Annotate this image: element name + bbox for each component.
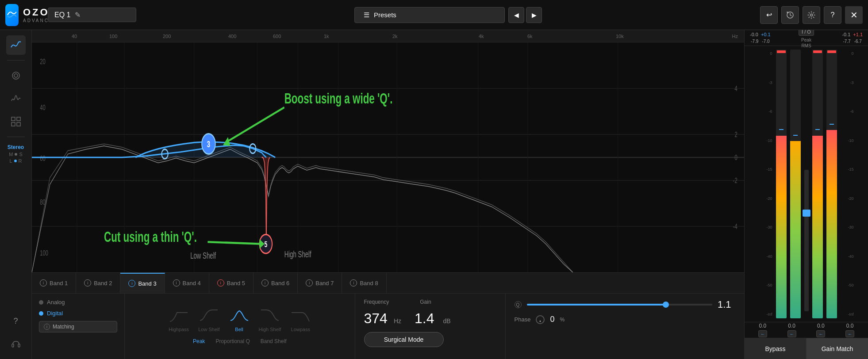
surgical-mode-button[interactable]: Surgical Mode [364, 332, 444, 347]
settings-button[interactable] [803, 6, 820, 24]
meter-ch1-thumb [779, 129, 784, 130]
scale-r-15: -15 [841, 167, 854, 172]
svg-point-2 [12, 72, 19, 79]
svg-point-1 [810, 14, 813, 16]
freq-600: 600 [273, 34, 281, 39]
meter-ch2 [790, 50, 801, 318]
band-tab-8[interactable]: i Band 8 [342, 273, 386, 293]
band-tab-6[interactable]: i Band 6 [253, 273, 298, 293]
nav-prev-button[interactable]: ◀ [508, 7, 524, 23]
stereo-dot-m[interactable] [15, 153, 17, 156]
gain-fader-track[interactable] [804, 170, 809, 311]
freq-10k: 10k [616, 34, 624, 39]
presets-button[interactable]: ☰ Presets [354, 7, 505, 23]
svg-text:40: 40 [40, 103, 46, 112]
meter-scale-left: 0 -3 -6 -10 -15 -20 -30 -40 -50 -Inf [759, 50, 772, 318]
svg-rect-7 [17, 122, 20, 126]
controls-q-phase: Q 1.1 Phase 0 % [506, 294, 745, 359]
meter-ch3 [812, 50, 823, 318]
right-rms2: -6.7 [854, 39, 862, 44]
sidebar-icon-multiband[interactable] [6, 89, 26, 108]
gain-fader-thumb[interactable] [803, 210, 810, 217]
presets-menu-icon: ☰ [364, 11, 369, 19]
gain-value[interactable]: 1.4 [415, 310, 434, 327]
band-3-label: Band 3 [138, 280, 156, 287]
io-section: I / O Peak RMS [799, 30, 814, 48]
gain-fader [804, 50, 809, 318]
scale-r-30: -30 [841, 225, 854, 229]
svg-text:Low Shelf: Low Shelf [190, 251, 216, 261]
band-4-label: Band 4 [183, 280, 201, 286]
analog-mode-row[interactable]: Analog [39, 299, 117, 306]
sidebar-icon-dynamics[interactable] [6, 66, 26, 85]
filter-bell[interactable]: Bell [229, 308, 250, 332]
lowshelf-label: Low Shelf [198, 327, 219, 332]
digital-mode-row[interactable]: Digital [39, 310, 117, 317]
meter-ch2-reset[interactable]: ← [787, 330, 796, 337]
eq-canvas[interactable]: 4 2 0 -2 -4 20 40 60 80 100 [32, 42, 744, 272]
meter-ch1 [776, 50, 787, 318]
band-tab-7[interactable]: i Band 7 [298, 273, 342, 293]
svg-text:-4: -4 [733, 222, 737, 231]
curve-band-shelf[interactable]: Band Shelf [261, 338, 287, 344]
band-8-label: Band 8 [360, 280, 378, 286]
stereo-r: R [19, 158, 22, 164]
meter-ch3-clip [813, 50, 822, 53]
filter-highpass[interactable]: Highpass [168, 308, 189, 332]
matching-button[interactable]: i Matching [39, 321, 117, 332]
sidebar-icon-headphone[interactable] [6, 334, 26, 354]
filter-highshelf[interactable]: High Shelf [259, 308, 281, 332]
band-tab-2[interactable]: i Band 2 [76, 273, 120, 293]
scale-40: -40 [759, 254, 772, 259]
band-tab-1[interactable]: i Band 1 [32, 273, 76, 293]
bypass-button[interactable]: Bypass [745, 338, 807, 359]
nav-next-button[interactable]: ▶ [526, 7, 542, 23]
history-button[interactable] [781, 6, 799, 24]
svg-text:4: 4 [734, 84, 737, 93]
scale-r-0: 0 [841, 51, 854, 56]
filter-lowpass[interactable]: Lowpass [290, 308, 311, 332]
curve-type-row: Peak Proportional Q Band Shelf [193, 338, 286, 344]
sidebar-icon-eq[interactable] [6, 35, 26, 55]
left-sidebar: Stereo M S L R ? [0, 30, 32, 359]
filter-lowshelf[interactable]: Low Shelf [198, 308, 219, 332]
freq-value[interactable]: 374 [364, 310, 388, 327]
sidebar-icon-grid[interactable] [6, 112, 26, 131]
band-7-label: Band 7 [315, 280, 334, 286]
logo-icon [5, 4, 19, 26]
band-tabs: i Band 1 i Band 2 i Band 3 i Band 4 i Ba… [32, 272, 744, 294]
meter-ch4-reset[interactable]: ← [845, 330, 854, 337]
param-labels: Frequency Gain [364, 299, 496, 305]
presets-label: Presets [374, 11, 396, 19]
undo-button[interactable]: ↩ [760, 6, 778, 24]
stereo-l: L [9, 158, 12, 164]
stereo-dot-l[interactable] [14, 160, 17, 162]
meter-ch3-reset[interactable]: ← [816, 330, 825, 337]
scale-r-3: -3 [841, 80, 854, 85]
band-tab-3[interactable]: i Band 3 [120, 273, 165, 293]
digital-label: Digital [47, 310, 63, 317]
band-7-icon: i [306, 279, 313, 286]
right-peak-val: -0.1 [842, 32, 850, 37]
band-tab-4[interactable]: i Band 4 [165, 273, 209, 293]
phase-knob[interactable] [536, 315, 545, 324]
edit-icon[interactable]: ✎ [75, 11, 81, 19]
q-slider[interactable] [527, 304, 713, 306]
meter-ch4-thumb [830, 124, 834, 125]
curve-proportional-q[interactable]: Proportional Q [215, 338, 250, 344]
module-name: EQ 1 [54, 11, 70, 19]
module-name-box[interactable]: EQ 1 ✎ [48, 8, 136, 22]
band-tab-5[interactable]: i Band 5 [209, 273, 253, 293]
meters-actions: Bypass Gain Match [745, 338, 868, 359]
gain-match-button[interactable]: Gain Match [807, 338, 868, 359]
controls-filter-types: Highpass Low Shelf Bell [125, 294, 355, 359]
freq-2k: 2k [392, 34, 398, 39]
help-button[interactable]: ? [824, 6, 841, 24]
close-button[interactable]: ✕ [845, 6, 863, 24]
highshelf-label: High Shelf [259, 327, 281, 332]
sidebar-icon-help[interactable]: ? [6, 311, 26, 331]
meter-ch1-reset[interactable]: ← [758, 330, 767, 337]
band-1-label: Band 1 [50, 280, 68, 286]
curve-peak[interactable]: Peak [193, 338, 205, 344]
footer-ch3: 0.0 ← [816, 323, 825, 337]
